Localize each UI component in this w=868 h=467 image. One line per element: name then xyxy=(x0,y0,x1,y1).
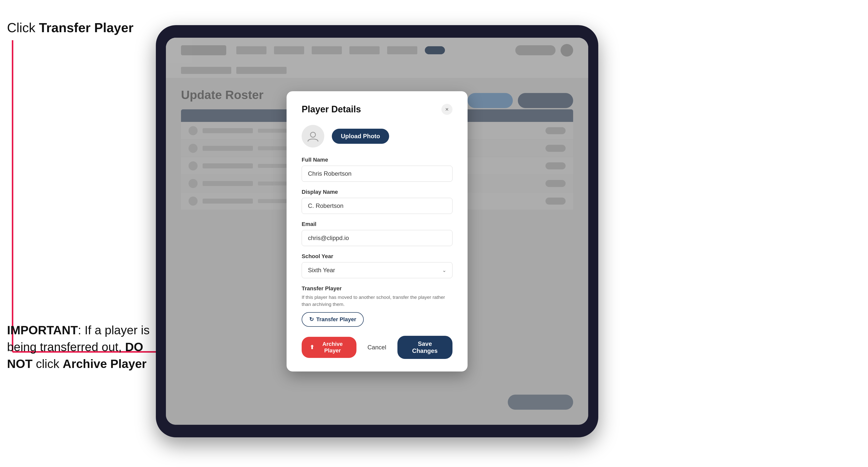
upload-photo-button[interactable]: Upload Photo xyxy=(332,129,389,144)
email-input[interactable] xyxy=(302,230,453,246)
email-label: Email xyxy=(302,221,453,227)
display-name-label: Display Name xyxy=(302,189,453,195)
modal-close-button[interactable]: × xyxy=(441,104,453,115)
transfer-player-button[interactable]: ↻ Transfer Player xyxy=(302,312,364,327)
photo-avatar xyxy=(302,125,324,148)
email-group: Email xyxy=(302,221,453,246)
tablet-screen: Update Roster xyxy=(166,38,588,425)
cancel-button[interactable]: Cancel xyxy=(362,340,393,355)
modal-overlay: Player Details × Upload Photo xyxy=(166,38,588,425)
school-year-select-wrapper: Sixth Year ⌄ xyxy=(302,262,453,278)
archive-icon: ⬆ xyxy=(310,344,314,351)
tablet-device: Update Roster xyxy=(156,25,598,437)
archive-player-button[interactable]: ⬆ Archive Player xyxy=(302,337,356,358)
modal-title: Player Details xyxy=(302,104,361,115)
modal-footer: ⬆ Archive Player Cancel Save Changes xyxy=(302,336,453,359)
school-year-group: School Year Sixth Year ⌄ xyxy=(302,253,453,278)
display-name-input[interactable] xyxy=(302,198,453,214)
photo-section: Upload Photo xyxy=(302,125,453,148)
school-year-select[interactable]: Sixth Year xyxy=(302,262,453,278)
instruction-bottom: IMPORTANT: If a player is being transfer… xyxy=(7,322,153,373)
player-details-modal: Player Details × Upload Photo xyxy=(286,91,468,372)
transfer-icon: ↻ xyxy=(309,316,314,323)
full-name-label: Full Name xyxy=(302,157,453,163)
save-changes-button[interactable]: Save Changes xyxy=(397,336,453,359)
school-year-label: School Year xyxy=(302,253,453,260)
transfer-description: If this player has moved to another scho… xyxy=(302,294,453,308)
modal-header: Player Details × xyxy=(302,104,453,115)
transfer-player-section: Transfer Player If this player has moved… xyxy=(302,285,453,327)
instruction-top: Click Transfer Player xyxy=(7,20,133,35)
svg-point-3 xyxy=(310,132,315,137)
full-name-input[interactable] xyxy=(302,166,453,182)
display-name-group: Display Name xyxy=(302,189,453,214)
transfer-section-title: Transfer Player xyxy=(302,285,453,292)
full-name-group: Full Name xyxy=(302,157,453,182)
